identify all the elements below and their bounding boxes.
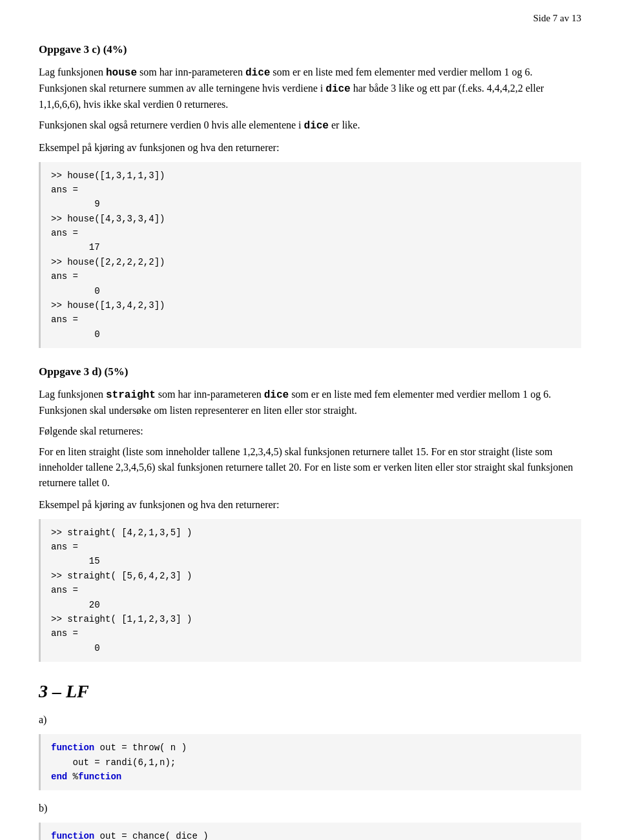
lf-b-section: b) function out = chance( dice ) out = 0… <box>39 801 581 840</box>
oppgave-3d-para3: For en liten straight (liste som innehol… <box>39 444 581 491</box>
lf-a-label: a) <box>39 712 581 728</box>
oppgave-3c-section: Oppgave 3 c) (4%) Lag funksjonen house s… <box>39 41 581 348</box>
lf-title: 3 – LF <box>39 681 581 702</box>
oppgave-3d-example-intro: Eksempel på kjøring av funksjonen og hva… <box>39 497 581 513</box>
lf-a-section: a) function out = throw( n ) out = randi… <box>39 712 581 790</box>
page-number: Side 7 av 13 <box>533 13 581 24</box>
oppgave-3c-code-block: >> house([1,3,1,1,3]) ans = 9 >> house([… <box>39 162 581 349</box>
oppgave-3d-para2: Følgende skal returneres: <box>39 424 581 439</box>
oppgave-3c-para1: Lag funksjonen house som har inn-paramet… <box>39 65 581 112</box>
oppgave-3d-section: Oppgave 3 d) (5%) Lag funksjonen straigh… <box>39 364 581 662</box>
oppgave-3d-code-block: >> straight( [4,2,1,3,5] ) ans = 15 >> s… <box>39 519 581 662</box>
lf-b-code: function out = chance( dice ) out = 0; f… <box>39 823 581 840</box>
lf-a-code: function out = throw( n ) out = randi(6,… <box>39 734 581 790</box>
oppgave-3c-para2: Funksjonen skal også returnere verdien 0… <box>39 118 581 134</box>
oppgave-3d-para1: Lag funksjonen straight som har inn-para… <box>39 387 581 418</box>
lf-main-section: 3 – LF a) function out = throw( n ) out … <box>39 681 581 840</box>
oppgave-3c-example-intro: Eksempel på kjøring av funksjonen og hva… <box>39 140 581 156</box>
lf-b-label: b) <box>39 801 581 816</box>
oppgave-3c-title: Oppgave 3 c) (4%) <box>39 41 581 58</box>
oppgave-3d-title: Oppgave 3 d) (5%) <box>39 364 581 380</box>
